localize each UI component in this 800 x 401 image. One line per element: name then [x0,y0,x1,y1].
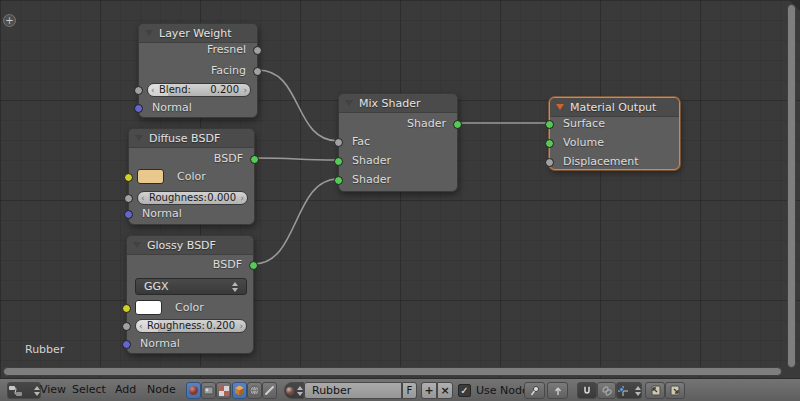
socket-normal-input[interactable] [122,340,131,349]
node-glossy-bsdf[interactable]: Glossy BSDFBSDFGGXColor‹Roughness:0.200›… [126,235,254,354]
socket-facing-output[interactable] [253,67,262,76]
node-title: Material Output [570,101,656,114]
node-mix-shader[interactable]: Mix ShaderShaderFacShaderShader [338,93,458,192]
texture-nodes-button[interactable] [216,382,231,399]
socket-fresnel-output[interactable] [253,46,262,55]
socket-normal-input[interactable] [134,104,143,113]
output-label-bsdf: BSDF [213,258,242,272]
socket-blend--input[interactable] [134,86,143,95]
linestyle-icon [264,385,275,396]
node-editor-icon [8,385,23,397]
texture-nodes-icon [219,386,229,396]
chevron-updown-icon [232,282,238,292]
new-material-button[interactable]: + [421,382,437,399]
node-material-output[interactable]: Material OutputSurfaceVolumeDisplacement [549,97,680,170]
input-label-color: Color [175,301,204,315]
input-label-displacement: Displacement [563,155,639,169]
socket-normal-input[interactable] [124,210,133,219]
node-title: Layer Weight [159,27,232,40]
socket-roughness--input[interactable] [122,322,131,331]
linestyle-shader-button[interactable] [262,382,277,399]
copy-nodes-button[interactable] [645,382,665,399]
pin-button[interactable] [524,382,545,399]
socket-bsdf-output[interactable] [249,261,258,270]
color-swatch[interactable] [135,300,162,315]
node-header[interactable]: Diffuse BSDF [129,129,254,148]
socket-color-input[interactable] [122,304,131,313]
node-header[interactable]: Material Output [550,98,679,117]
check-icon: ✓ [460,385,468,396]
material-name-input[interactable] [304,382,402,399]
color-swatch[interactable] [137,169,164,184]
socket-roughness--input[interactable] [124,194,133,203]
slider-roughness-[interactable]: ‹Roughness:0.200› [135,319,247,333]
chevron-right-icon[interactable]: › [240,192,244,204]
socket-volume-input[interactable] [545,139,554,148]
menu-view[interactable]: View [40,383,66,396]
menu-select[interactable]: Select [72,383,106,396]
input-label-color: Color [177,170,206,184]
menu-node[interactable]: Node [147,383,176,396]
chevron-updown-icon [635,386,641,396]
vertical-scrollbar[interactable] [787,4,796,368]
chevron-right-icon[interactable]: › [239,320,243,332]
slider-roughness-[interactable]: ‹Roughness:0.000› [137,191,248,205]
blender-node-editor: Layer WeightFresnelFacing‹Blend:0.200›No… [0,0,800,401]
collapse-icon[interactable] [133,242,141,248]
output-label-facing: Facing [211,64,246,78]
node-header[interactable]: Glossy BSDF [127,236,253,255]
editor-type-button[interactable] [7,382,41,399]
collapse-icon[interactable] [145,30,153,36]
fake-user-button[interactable]: F [402,382,417,399]
socket-surface-input[interactable] [545,120,554,129]
node-header[interactable]: Layer Weight [139,24,257,43]
node-editor-header: View Select Add Node [0,378,800,401]
browse-material-button[interactable] [284,382,304,399]
snap-magnet-icon [581,385,593,397]
menu-add[interactable]: Add [115,383,136,396]
node-title: Diffuse BSDF [149,132,220,145]
expand-toolshelf-button[interactable]: + [3,14,16,27]
world-shader-button[interactable] [247,382,262,399]
collapse-icon[interactable] [345,100,353,106]
shader-nodes-button[interactable] [186,382,201,399]
auto-offset-link-icon [601,385,613,397]
socket-displacement-input[interactable] [545,158,554,167]
chevron-right-icon[interactable]: › [243,84,247,96]
socket-shader-input[interactable] [334,176,343,185]
node-title: Glossy BSDF [147,239,216,252]
unlink-material-button[interactable]: × [437,382,453,399]
input-label-volume: Volume [563,136,604,150]
copy-nodes-icon [649,384,662,397]
auto-offset-button[interactable] [597,382,616,399]
go-to-parent-button[interactable] [547,382,568,399]
socket-shader-output[interactable] [453,120,462,129]
collapse-icon[interactable] [135,135,143,141]
collapse-icon[interactable] [556,104,564,110]
socket-fac-input[interactable] [334,138,343,147]
use-nodes-checkbox[interactable]: ✓ [458,384,471,397]
node-diffuse-bsdf[interactable]: Diffuse BSDFBSDFColor‹Roughness:0.000›No… [128,128,255,225]
plus-icon: + [424,383,433,398]
slider-blend-[interactable]: ‹Blend:0.200› [147,83,251,97]
node-header[interactable]: Mix Shader [339,94,457,113]
node-editor-canvas[interactable]: Layer WeightFresnelFacing‹Blend:0.200›No… [0,0,800,378]
browse-material-icon [285,386,295,396]
compositing-nodes-button[interactable] [201,382,216,399]
paste-nodes-icon [669,384,682,397]
input-label-fac: Fac [352,135,370,149]
distribution-select[interactable]: GGX [135,278,247,295]
snap-toggle-button[interactable] [577,382,597,399]
horizontal-scrollbar[interactable] [3,367,782,376]
chevron-left-icon[interactable]: ‹ [139,320,143,332]
chevron-left-icon[interactable]: ‹ [151,84,155,96]
paste-nodes-button[interactable] [665,382,685,399]
node-layer-weight[interactable]: Layer WeightFresnelFacing‹Blend:0.200›No… [138,23,258,118]
object-shader-button[interactable] [232,382,247,399]
snap-target-dropdown[interactable] [616,382,642,399]
socket-shader-input[interactable] [334,157,343,166]
socket-color-input[interactable] [124,173,133,182]
input-label-normal: Normal [142,207,182,221]
socket-bsdf-output[interactable] [250,155,259,164]
chevron-left-icon[interactable]: ‹ [141,192,145,204]
